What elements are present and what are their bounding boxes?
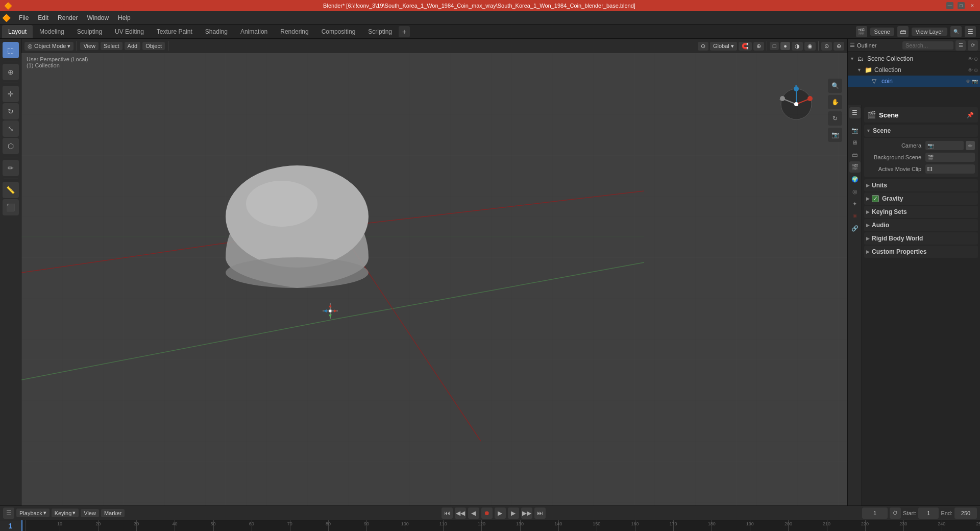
filter-button[interactable]: ☰: [965, 26, 976, 37]
marker-dropdown[interactable]: Marker: [101, 509, 125, 517]
tab-sculpting[interactable]: Sculpting: [71, 25, 108, 38]
shading-wire[interactable]: □: [770, 42, 779, 50]
outliner-search-input[interactable]: [902, 41, 953, 50]
tab-scripting[interactable]: Scripting: [362, 25, 398, 38]
jump-to-start-button[interactable]: ⏮: [442, 508, 453, 519]
outliner-row-coin[interactable]: ▶ ▽ coin 👁 📷: [848, 76, 980, 87]
annotate-tool-button[interactable]: ✏: [3, 160, 19, 176]
start-frame-input[interactable]: [918, 508, 939, 519]
move-tool-button[interactable]: ✛: [3, 86, 19, 102]
shading-solid[interactable]: ●: [780, 42, 790, 50]
step-forward-button[interactable]: ▶: [508, 508, 519, 519]
end-frame-input[interactable]: [954, 508, 977, 519]
pan-button[interactable]: ✋: [828, 95, 842, 109]
search-button[interactable]: 🔍: [950, 26, 962, 37]
props-constraints-icon[interactable]: 🔗: [849, 223, 861, 234]
measure-tool-button[interactable]: 📏: [3, 182, 19, 198]
add-workspace-button[interactable]: +: [399, 26, 410, 37]
tab-rendering[interactable]: Rendering: [274, 25, 314, 38]
viewport[interactable]: ◎ Object Mode ▾ View Select Add Object ⊙…: [21, 39, 847, 505]
units-section-header[interactable]: ▶ Units: [864, 179, 978, 191]
keying-dropdown[interactable]: Keying ▾: [52, 509, 79, 517]
transform-tool-button[interactable]: ⬡: [3, 138, 19, 154]
tab-layout[interactable]: Layout: [2, 25, 33, 38]
transform-orientation[interactable]: Global ▾: [710, 42, 737, 51]
menu-window[interactable]: Window: [83, 13, 113, 22]
outliner-row-scene-collection[interactable]: ▼ 🗂 Scene Collection 👁 ⊙: [848, 53, 980, 64]
rotate-tool-button[interactable]: ↻: [3, 103, 19, 119]
frame-clock-icon[interactable]: ⏱: [890, 508, 901, 519]
props-view-layer-icon[interactable]: 🗃: [849, 149, 861, 160]
camera-value[interactable]: 📷: [925, 141, 964, 150]
prev-keyframe-button[interactable]: ◀◀: [455, 508, 466, 519]
custom-properties-section-header[interactable]: ▶ Custom Properties: [864, 246, 978, 258]
coin-vis-eye[interactable]: 👁: [966, 79, 971, 84]
transform-pivot[interactable]: ⊙: [698, 42, 708, 51]
record-button[interactable]: ⏺: [481, 508, 493, 519]
outliner-sync-button[interactable]: ⟳: [968, 40, 978, 51]
tab-animation[interactable]: Animation: [234, 25, 274, 38]
cursor-tool-button[interactable]: ⊕: [3, 64, 19, 80]
mode-selector[interactable]: ◎ Object Mode ▾: [24, 42, 74, 51]
add-tool-button[interactable]: ⬛: [3, 199, 19, 215]
play-button[interactable]: ▶: [495, 508, 506, 519]
scene-selector[interactable]: Scene: [870, 28, 894, 36]
object-menu[interactable]: Object: [142, 42, 165, 50]
props-object-icon[interactable]: ◎: [849, 186, 861, 197]
scene-section-header[interactable]: ▼ Scene: [864, 125, 978, 137]
props-header-icon[interactable]: ☰: [849, 107, 861, 118]
proportional-edit[interactable]: ⊕: [753, 42, 764, 51]
snap-toggle[interactable]: 🧲: [739, 42, 752, 51]
shading-material[interactable]: ◑: [792, 42, 803, 51]
zoom-in-button[interactable]: 🔍: [828, 79, 842, 93]
vis-select[interactable]: ⊙: [974, 56, 978, 62]
props-physics-icon[interactable]: ⚛: [849, 210, 861, 222]
menu-edit[interactable]: Edit: [34, 13, 53, 22]
props-particles-icon[interactable]: ✦: [849, 198, 861, 209]
scene-selector-icon[interactable]: 🎬: [856, 26, 867, 37]
maximize-button[interactable]: □: [958, 2, 965, 9]
viewport-scene[interactable]: X -X Z 🔍 ✋ ↻ 📷: [21, 53, 847, 505]
props-output-icon[interactable]: 🖥: [849, 137, 861, 148]
props-render-icon[interactable]: 📷: [849, 125, 861, 136]
outliner-filter-button[interactable]: ☰: [955, 40, 966, 51]
view-layer-icon[interactable]: 🗃: [897, 26, 909, 37]
menu-help[interactable]: Help: [114, 13, 135, 22]
gravity-section-header[interactable]: ▶ ✓ Gravity: [864, 192, 978, 205]
add-menu[interactable]: Add: [125, 42, 141, 50]
view-dropdown[interactable]: View: [81, 509, 99, 517]
select-tool-button[interactable]: ⬚: [3, 42, 19, 58]
props-world-icon[interactable]: 🌍: [849, 174, 861, 185]
gravity-checkbox[interactable]: ✓: [872, 195, 879, 202]
menu-render[interactable]: Render: [54, 13, 82, 22]
current-frame-input[interactable]: [862, 508, 888, 519]
overlay-button[interactable]: ⊙: [821, 42, 832, 51]
scale-tool-button[interactable]: ⤡: [3, 120, 19, 137]
orbit-button[interactable]: ↻: [828, 111, 842, 126]
tab-compositing[interactable]: Compositing: [315, 25, 362, 38]
view-menu[interactable]: View: [80, 42, 99, 50]
tab-texture-paint[interactable]: Texture Paint: [151, 25, 199, 38]
menu-file[interactable]: File: [15, 13, 33, 22]
select-menu[interactable]: Select: [101, 42, 122, 50]
tab-modeling[interactable]: Modeling: [33, 25, 70, 38]
props-scene-icon[interactable]: 🎬: [849, 161, 861, 173]
tab-shading[interactable]: Shading: [199, 25, 234, 38]
next-keyframe-button[interactable]: ▶▶: [521, 508, 532, 519]
background-scene-value[interactable]: 🎬: [925, 153, 975, 162]
tab-uv-editing[interactable]: UV Editing: [109, 25, 150, 38]
col-vis-eye[interactable]: 👁: [968, 67, 973, 73]
col-vis-select[interactable]: ⊙: [974, 67, 978, 73]
rigid-body-world-section-header[interactable]: ▶ Rigid Body World: [864, 232, 978, 245]
props-pin-button[interactable]: 📌: [966, 110, 975, 119]
camera-button[interactable]: 📷: [828, 128, 842, 142]
outliner-row-collection[interactable]: ▼ 📁 Collection 👁 ⊙: [848, 64, 980, 76]
active-movie-clip-value[interactable]: 🎞: [925, 164, 975, 174]
step-back-button[interactable]: ◀: [468, 508, 479, 519]
playback-dropdown[interactable]: Playback ▾: [16, 509, 50, 517]
coin-vis-cam[interactable]: 📷: [972, 79, 978, 84]
view-gizmo[interactable]: X -X Z: [776, 84, 817, 126]
close-button[interactable]: ✕: [969, 2, 976, 9]
camera-edit-btn[interactable]: ✏: [966, 141, 975, 150]
gizmo-button[interactable]: ⊕: [834, 42, 844, 51]
